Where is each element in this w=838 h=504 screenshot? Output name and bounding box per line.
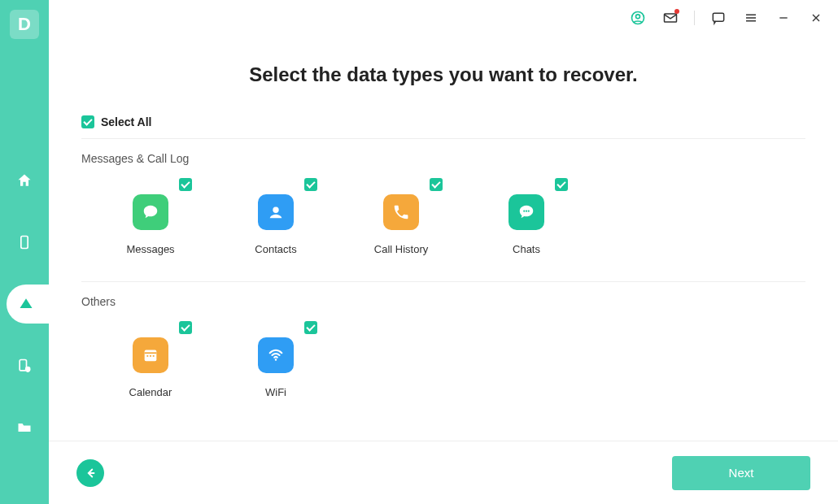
brand-logo: D	[10, 10, 39, 39]
phone-rect-icon	[16, 234, 33, 250]
svg-rect-14	[150, 355, 151, 357]
tile-calendar-checkbox[interactable]	[179, 321, 192, 334]
sidebar-item-home[interactable]	[0, 161, 49, 200]
folder-icon	[16, 419, 33, 436]
tile-chats-label: Chats	[513, 243, 540, 255]
svg-rect-0	[21, 237, 28, 249]
svg-rect-15	[153, 355, 155, 357]
tile-call-history-label: Call History	[374, 243, 428, 255]
tile-messages-checkbox[interactable]	[179, 178, 192, 191]
tiles-messages-section: Messages Contacts Call History	[81, 172, 805, 275]
tile-wifi-app-icon	[258, 337, 294, 373]
svg-rect-7	[713, 13, 723, 21]
tile-call-history-checkbox[interactable]	[430, 178, 443, 191]
svg-point-8	[273, 207, 278, 213]
next-button[interactable]: Next	[672, 456, 810, 490]
tile-calendar-label: Calendar	[129, 386, 172, 398]
arrow-left-icon	[83, 466, 98, 480]
notification-dot-icon	[674, 9, 679, 14]
tile-messages[interactable]: Messages	[114, 178, 187, 255]
svg-rect-13	[146, 355, 148, 357]
tile-calendar[interactable]: Calendar	[114, 321, 187, 398]
tile-call-history[interactable]: Call History	[364, 178, 438, 255]
tile-wifi-label: WiFi	[265, 386, 286, 398]
sidebar: D !	[0, 0, 49, 504]
sidebar-item-folder[interactable]	[0, 408, 49, 447]
svg-point-10	[526, 211, 527, 212]
tile-contacts[interactable]: Contacts	[239, 178, 312, 255]
section-label-others: Others	[81, 295, 805, 308]
wifi-icon	[267, 346, 285, 364]
content-area: Select the data types you want to recove…	[49, 36, 838, 441]
phone-icon	[392, 203, 410, 221]
header-divider	[694, 11, 695, 25]
tile-messages-app-icon	[133, 194, 168, 230]
chat-dots-icon	[517, 203, 535, 221]
tiles-others-section: Calendar WiFi	[81, 315, 805, 418]
account-button[interactable]	[629, 9, 647, 27]
svg-text:!: !	[27, 367, 28, 372]
window-header	[49, 0, 838, 36]
section-divider	[81, 281, 805, 282]
close-icon	[810, 11, 823, 24]
tile-wifi-checkbox[interactable]	[304, 321, 317, 334]
footer: Next	[49, 441, 838, 504]
cloud-icon	[18, 296, 34, 312]
tile-calendar-app-icon	[133, 337, 168, 373]
sidebar-item-phone[interactable]	[0, 223, 49, 262]
svg-point-11	[528, 211, 530, 212]
feedback-button[interactable]	[709, 9, 727, 27]
tile-wifi[interactable]: WiFi	[239, 321, 312, 398]
close-button[interactable]	[807, 9, 825, 27]
sidebar-item-cloud[interactable]	[7, 285, 49, 324]
tile-chats[interactable]: Chats	[490, 178, 563, 255]
tile-contacts-checkbox[interactable]	[304, 178, 317, 191]
person-icon	[267, 203, 285, 221]
speech-bubble-icon	[142, 203, 159, 221]
svg-point-9	[523, 211, 525, 212]
tile-contacts-label: Contacts	[255, 243, 296, 255]
tile-chats-app-icon	[508, 194, 544, 230]
minimize-icon	[777, 11, 790, 24]
sidebar-item-device-alert[interactable]: !	[0, 346, 49, 385]
back-button[interactable]	[76, 459, 104, 487]
sidebar-nav: !	[0, 161, 49, 447]
device-alert-icon: !	[16, 358, 33, 374]
section-label-messages: Messages & Call Log	[81, 152, 805, 165]
tile-contacts-app-icon	[258, 194, 294, 230]
page-title: Select the data types you want to recove…	[81, 63, 805, 86]
select-all-checkbox[interactable]	[81, 115, 94, 128]
minimize-button[interactable]	[775, 9, 792, 27]
svg-point-16	[275, 358, 277, 360]
hamburger-icon	[744, 11, 758, 25]
select-all-label: Select All	[101, 115, 152, 128]
calendar-icon	[142, 346, 159, 364]
tile-messages-label: Messages	[126, 243, 174, 255]
main-area: Select the data types you want to recove…	[49, 0, 838, 504]
tile-call-history-app-icon	[383, 194, 419, 230]
menu-button[interactable]	[742, 9, 760, 27]
mail-button[interactable]	[661, 9, 679, 27]
feedback-icon	[710, 10, 727, 26]
select-all-row: Select All	[81, 115, 805, 139]
tile-chats-checkbox[interactable]	[555, 178, 568, 191]
svg-point-5	[636, 15, 640, 19]
home-icon	[16, 172, 33, 189]
account-icon	[630, 10, 646, 26]
